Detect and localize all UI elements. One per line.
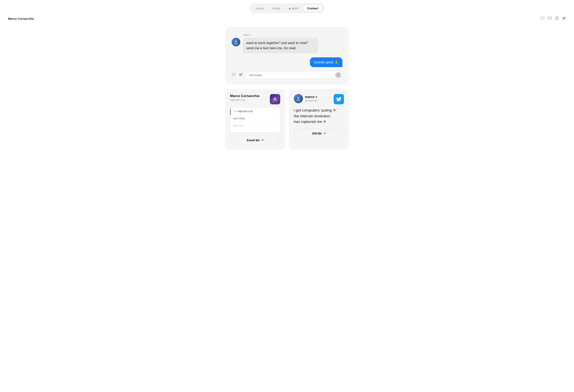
email-me-button[interactable]: Email Me ↗ [230,136,280,145]
imessage-input-wrapper [246,71,342,79]
imessage-send-button[interactable] [335,72,341,78]
nav-pill: Home About Work Contact [250,4,324,13]
twitter-sparkle: ✦ [315,96,317,98]
twitter-username: marco ✦ [305,95,317,99]
twitter-bio-line3: has captured me ✳ [294,119,344,125]
email-subject-field: Let's Chat [230,115,280,122]
svg-point-2 [235,40,237,42]
nav-item-contact[interactable]: Contact [303,5,322,12]
nav-label-contact: Contact [307,7,318,10]
email-card-header: Marco Cornacchia hi@marco.fyi [230,94,280,104]
email-button-label: Email Me [247,138,260,142]
imessage-input-row [232,71,342,79]
received-bubble: want to work together? just want to chat… [243,38,318,53]
imessage-input[interactable] [246,71,342,79]
email-to-field: Tohi@marco.fyi [230,108,280,115]
email-app-icon [270,94,280,104]
to-value: hi@marco.fyi [238,110,253,113]
email-card: Marco Cornacchia hi@marco.fyi Tohi@marco… [225,89,285,150]
twitter-bio-line2: the internet revolution [294,113,344,119]
imessage-card: Marco want to work together? just want t… [225,27,349,84]
twitter-avatar [294,94,303,103]
email-card-address: hi@marco.fyi [230,98,259,101]
received-message-row: want to work together? just want to chat… [232,38,342,53]
svg-point-6 [297,97,299,99]
twitter-header-icon[interactable] [562,16,566,21]
sent-bubble: sounds good 🙏 [310,57,342,67]
twitter-bio: i get computers 'puting ✳ the internet r… [294,108,344,125]
dm-button-arrow: ↗ [324,132,326,135]
twitter-app-icon [334,94,344,104]
site-name: Marco Cornacchia [8,17,34,20]
nav-label-about: About [272,7,280,10]
email-card-name: Marco Cornacchia [230,94,259,98]
resume-icon[interactable] [555,16,559,21]
dm-me-button[interactable]: DM Me ↗ [294,129,344,138]
nav-item-home[interactable]: Home [252,5,268,12]
navigation: Home About Work Contact [0,0,574,15]
email-body-field: Say hello [230,122,280,132]
main-content: Marco want to work together? just want t… [221,25,353,157]
nav-item-work[interactable]: Work [285,5,302,12]
message-sender-label: Marco [244,34,342,37]
twitter-bio-line1: i get computers 'puting ✳ [294,108,344,113]
mail-icon[interactable] [548,16,552,21]
nav-label-home: Home [256,7,264,10]
header-icons [540,16,566,21]
nav-label-work: Work [291,7,298,10]
twitter-card-header: marco ✦ @marcofyi [294,94,344,104]
twitter-user-info: marco ✦ @marcofyi [305,95,317,102]
twitter-profile: marco ✦ @marcofyi [294,94,317,103]
email-info: Marco Cornacchia hi@marco.fyi [230,94,259,101]
body-placeholder: Say hello [233,124,244,127]
email-button-arrow: ↗ [261,139,264,142]
avatar-image [232,38,240,46]
dm-button-label: DM Me [312,132,322,135]
imessage-mail-icon[interactable] [232,73,236,77]
twitter-handle: @marcofyi [305,99,317,102]
sent-message-row: sounds good 🙏 [232,57,342,67]
email-compose-box: Tohi@marco.fyi Let's Chat Say hello [230,108,280,132]
header-row: Marco Cornacchia [0,15,574,25]
contact-cards-row: Marco Cornacchia hi@marco.fyi Tohi@marco… [225,89,349,150]
svg-point-7 [296,99,300,101]
to-label: To [234,110,236,113]
avatar [232,38,240,46]
twitter-card: marco ✦ @marcofyi i get computers 'putin… [289,89,349,150]
imessage-twitter-icon[interactable] [239,73,243,78]
svg-point-3 [234,43,238,45]
work-dot-indicator [289,8,290,9]
nav-item-about[interactable]: About [268,5,284,12]
subject-value: Let's Chat [233,117,245,120]
chat-icon[interactable] [540,16,545,21]
